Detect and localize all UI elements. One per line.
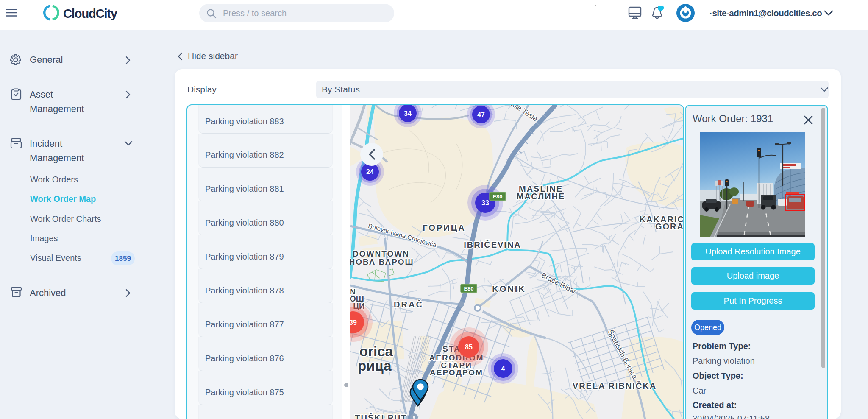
svg-text:33: 33	[481, 199, 489, 207]
svg-text:DOWNTOWN: DOWNTOWN	[353, 249, 409, 258]
svg-text:24: 24	[366, 168, 374, 176]
svg-text:E80: E80	[464, 285, 473, 292]
svg-text:39: 39	[350, 319, 357, 326]
svg-text:KONIK: KONIK	[492, 284, 526, 293]
svg-text:МАСЛИНЕ: МАСЛИНЕ	[517, 192, 565, 201]
svg-text:orica: orica	[359, 344, 393, 359]
svg-text:рица: рица	[358, 358, 392, 374]
svg-text:VRELA RIBNIČKA: VRELA RIBNIČKA	[573, 381, 657, 391]
svg-text:85: 85	[465, 344, 473, 351]
svg-text:34: 34	[404, 110, 412, 117]
svg-text:TUŠKI PUT: TUŠKI PUT	[355, 413, 407, 419]
svg-text:IBRIČEVINA: IBRIČEVINA	[464, 240, 521, 249]
svg-text:НОВА ВАРОШ: НОВА ВАРОШ	[350, 257, 414, 266]
svg-text:GORA: GORA	[655, 222, 684, 231]
svg-text:E80: E80	[492, 193, 502, 200]
svg-text:4: 4	[501, 365, 505, 372]
svg-text:АЕРОДРОМ: АЕРОДРОМ	[430, 368, 483, 377]
svg-text:ГОРИЦА: ГОРИЦА	[423, 223, 465, 232]
svg-text:DRAČ: DRAČ	[394, 299, 423, 309]
svg-text:47: 47	[477, 111, 485, 118]
